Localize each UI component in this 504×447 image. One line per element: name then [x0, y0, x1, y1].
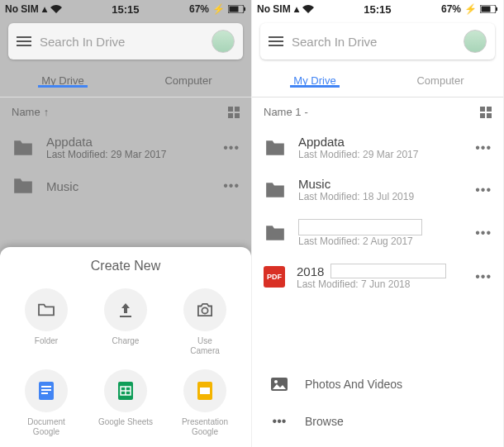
sheet-label: Folder [35, 336, 58, 346]
tab-my-drive[interactable]: My Drive [252, 74, 378, 87]
file-name: 2018 [297, 264, 324, 278]
google-slides-button[interactable]: Presentation Google [165, 364, 245, 442]
folder-icon [264, 181, 287, 199]
battery-icon [228, 5, 246, 13]
clock: 15:15 [112, 3, 139, 16]
arrow-icon: - [305, 106, 308, 118]
more-icon[interactable]: ••• [223, 140, 240, 155]
tab-computer[interactable]: Computer [378, 74, 503, 87]
signal-icon: ▴ [294, 3, 299, 15]
sheet-label: Charge [112, 336, 140, 346]
wifi-icon [302, 5, 314, 13]
more-icon[interactable]: ••• [475, 269, 492, 284]
svg-rect-16 [496, 7, 497, 11]
bottom-picker: Photos And Videos ••• Browse [252, 359, 503, 447]
sort-row: Name 1 - [252, 97, 503, 126]
use-camera-button[interactable]: Use Camera [165, 283, 245, 361]
grid-view-icon[interactable] [228, 107, 240, 118]
more-icon[interactable]: ••• [475, 140, 492, 155]
folder-meta: Last Modified: 29 Mar 2017 [46, 149, 212, 160]
folder-outline-icon [37, 302, 55, 317]
list-item[interactable]: Appdata Last Modified: 29 Mar 2017 ••• [0, 126, 251, 169]
sort-button[interactable]: Name ↑ [12, 106, 49, 118]
sort-label: Name [12, 106, 40, 118]
list-item[interactable]: Music Last Modified: 18 Jul 2019 ••• [252, 169, 503, 211]
phone-right: No SIM ▴ 15:15 67% ⚡ Search In Drive My … [252, 0, 504, 447]
browse-button[interactable]: ••• Browse [252, 402, 503, 440]
carrier-text: No SIM [257, 3, 291, 15]
search-bar[interactable]: Search In Drive [8, 23, 243, 59]
menu-label: Photos And Videos [305, 378, 402, 391]
grid-view-icon[interactable] [480, 107, 492, 118]
svg-point-18 [274, 380, 278, 383]
google-docs-button[interactable]: Document Google [7, 364, 86, 442]
svg-rect-15 [481, 7, 490, 12]
svg-rect-2 [244, 7, 245, 11]
folder-icon [12, 139, 35, 157]
sort-button[interactable]: Name 1 - [264, 106, 308, 118]
more-horizontal-icon: ••• [270, 414, 288, 429]
sheet-label: Document Google [27, 417, 65, 437]
more-icon[interactable]: ••• [475, 183, 492, 197]
list-item[interactable]: Music ••• [0, 169, 251, 203]
search-bar[interactable]: Search In Drive [260, 23, 495, 59]
folder-list: Appdata Last Modified: 29 Mar 2017 ••• M… [0, 126, 251, 203]
search-input[interactable]: Search In Drive [292, 35, 455, 49]
pdf-icon: PDF [264, 266, 285, 288]
status-bar: No SIM ▴ 15:15 67% ⚡ [252, 0, 503, 18]
sort-label: Name 1 [264, 106, 302, 118]
svg-rect-13 [200, 388, 210, 394]
folder-name: Music [46, 179, 212, 193]
battery-pct: 67% [441, 3, 461, 15]
folder-name: Music [298, 177, 464, 191]
arrow-up-icon: ↑ [44, 106, 50, 118]
folder-icon [12, 177, 35, 195]
file-meta: Last Modified: 7 Jun 2018 [297, 278, 464, 290]
list-item[interactable]: PDF 2018 Last Modified: 7 Jun 2018 ••• [252, 255, 503, 298]
upload-button[interactable]: Charge [86, 283, 165, 361]
signal-icon: ▴ [42, 3, 47, 15]
photos-icon [270, 378, 288, 391]
avatar[interactable] [464, 30, 487, 53]
google-sheets-button[interactable]: Google Sheets [86, 364, 165, 442]
tab-my-drive[interactable]: My Drive [0, 74, 126, 87]
svg-rect-7 [41, 392, 48, 394]
svg-point-3 [202, 307, 207, 313]
status-bar: No SIM ▴ 15:15 67% ⚡ [0, 0, 251, 18]
sort-row: Name ↑ [0, 97, 251, 126]
slides-icon [196, 380, 214, 402]
tabs: My Drive Computer [252, 64, 503, 97]
upload-icon [117, 302, 134, 318]
create-new-sheet: Create New Folder Charge Use Camera [0, 247, 251, 447]
wifi-icon [50, 5, 62, 13]
photos-videos-button[interactable]: Photos And Videos [252, 366, 503, 402]
svg-rect-1 [229, 7, 238, 12]
avatar[interactable] [212, 30, 235, 53]
sheet-label: Use Camera [190, 336, 220, 356]
sheets-icon [116, 380, 135, 402]
create-folder-button[interactable]: Folder [7, 283, 86, 361]
tab-computer[interactable]: Computer [126, 74, 251, 87]
more-icon[interactable]: ••• [223, 178, 240, 193]
docs-icon [37, 380, 55, 402]
sheet-title: Create New [7, 259, 245, 273]
list-item[interactable]: Last Modified: 2 Aug 2017 ••• [252, 211, 503, 255]
svg-rect-6 [41, 389, 51, 391]
svg-rect-5 [41, 386, 51, 388]
bolt-icon: ⚡ [212, 3, 225, 15]
carrier-text: No SIM [5, 3, 39, 15]
more-icon[interactable]: ••• [475, 226, 492, 240]
hamburger-icon[interactable] [17, 36, 31, 46]
redacted-name [298, 219, 422, 235]
folder-name: Appdata [298, 135, 464, 149]
battery-pct: 67% [189, 3, 209, 15]
list-item[interactable]: Appdata Last Modified: 29 Mar 2017 ••• [252, 126, 503, 169]
sheet-label: Presentation Google [182, 417, 228, 437]
hamburger-icon[interactable] [269, 36, 283, 46]
menu-label: Browse [305, 415, 344, 428]
bolt-icon: ⚡ [464, 3, 477, 15]
search-input[interactable]: Search In Drive [40, 35, 203, 49]
folder-icon [264, 224, 287, 242]
battery-icon [480, 5, 498, 13]
folder-list: Appdata Last Modified: 29 Mar 2017 ••• M… [252, 126, 503, 298]
